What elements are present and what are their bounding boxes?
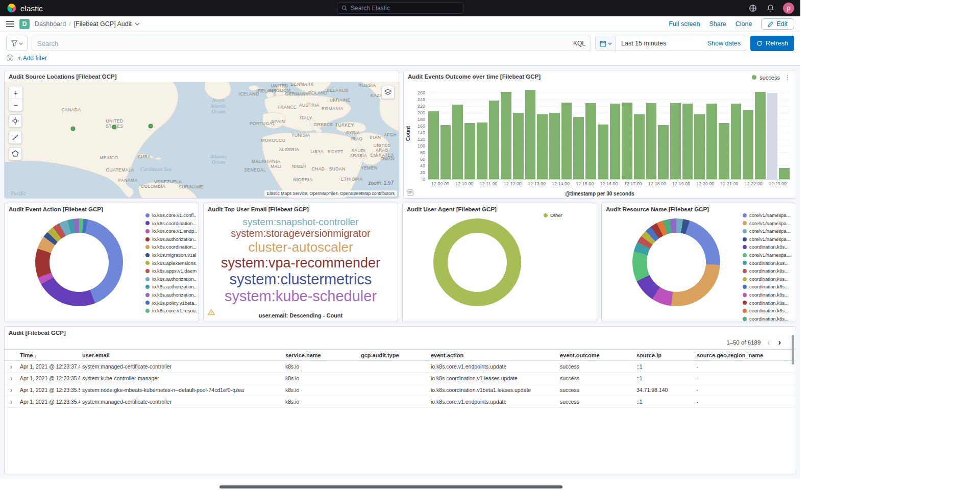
legend-item[interactable]: coordination.k8s... [743,275,794,283]
legend-item[interactable]: io.k8s.authorization.... [145,291,197,299]
bar[interactable] [622,103,632,179]
legend-item[interactable]: io.k8s.core.v1.resou... [145,307,197,315]
row-expand-button[interactable]: › [5,374,18,382]
legend-item[interactable]: core/v1/namespa... [743,219,794,228]
bar[interactable] [489,101,500,179]
legend-item[interactable]: io.k8s.migration.v1al... [145,251,197,259]
table-cell[interactable]: k8s.io [283,363,359,370]
bar[interactable] [719,123,729,179]
legend-item[interactable]: io.k8s.authorization.... [145,235,197,243]
next-page-button[interactable]: › [777,339,782,346]
menu-hamburger-icon[interactable] [6,21,14,27]
table-cell[interactable]: Apr 1, 2021 @ 12:23:35.500 [18,387,80,393]
column-header-Time[interactable]: Time↓ [18,352,80,358]
legend-item[interactable]: coordination.k8s... [743,299,794,307]
legend-item[interactable]: coordination.k8s... [743,315,794,322]
bar[interactable] [670,103,681,179]
map-attribution[interactable]: Elastic Maps Service, OpenMapTiles, Open… [264,190,397,197]
legend-item[interactable]: core/v1/namespa... [743,251,794,259]
bar[interactable] [428,111,439,179]
tagcloud-word[interactable]: system:vpa-recommender [221,255,380,271]
table-cell[interactable]: success [558,363,634,370]
table-cell[interactable]: - [695,375,796,381]
bar[interactable] [706,104,717,179]
clone-button[interactable]: Clone [736,20,752,28]
world-map[interactable]: CANADAUNITED STATESMEXICOCUBAGUATEMALAPA… [5,82,399,198]
query-input[interactable] [37,40,573,47]
legend-item[interactable]: coordination.k8s... [743,307,794,315]
legend-item[interactable]: io.k8s.coordination.... [145,219,197,228]
map-marker[interactable] [149,124,153,129]
query-language-button[interactable]: KQL [573,40,585,47]
bar[interactable] [731,104,742,179]
table-cell[interactable]: io.k8s.coordination.v1.leases.update [429,375,558,381]
column-header-service.name[interactable]: service.name [283,352,359,358]
global-search-input[interactable] [351,5,459,12]
table-cell[interactable]: system:node:gke-mbeats-kubernetes-n--def… [80,387,283,393]
bar[interactable] [646,103,657,179]
bar[interactable] [525,90,536,179]
legend-item[interactable]: coordination.k8s... [743,283,794,291]
map-layers-button[interactable] [381,86,395,99]
share-button[interactable]: Share [709,20,726,28]
previous-page-button[interactable]: ‹ [766,339,771,346]
event-action-donut[interactable] [35,218,123,306]
table-cell[interactable]: success [558,387,634,393]
table-cell[interactable]: 34.71.98.140 [634,387,695,393]
bar[interactable] [573,117,584,180]
bar[interactable] [598,125,608,179]
user-agent-donut[interactable] [433,218,521,306]
user-avatar[interactable]: p [783,3,794,14]
tagcloud-word[interactable]: system:clustermetrics [230,271,372,287]
bar[interactable] [767,93,778,179]
table-cell[interactable]: Apr 1, 2021 @ 12:23:37.494 [18,363,80,370]
zoom-in-button[interactable]: + [9,86,22,99]
tagcloud-word[interactable]: cluster-autoscaler [248,240,353,255]
bar[interactable] [477,122,487,179]
bar[interactable] [452,105,463,179]
column-header-user.email[interactable]: user.email [80,352,283,358]
table-cell[interactable]: ::1 [634,375,695,381]
table-cell[interactable]: k8s.io [283,375,359,381]
column-header-gcp.audit.type[interactable]: gcp.audit.type [359,352,429,358]
legend-item[interactable]: io.k8s.authorization.... [145,275,197,283]
table-cell[interactable]: k8s.io [283,399,359,405]
row-expand-button[interactable]: › [5,386,18,394]
table-cell[interactable]: Apr 1, 2021 @ 12:23:35.486 [18,399,80,405]
warning-icon[interactable] [208,309,215,315]
tagcloud-word[interactable]: system:snapshot-controller [242,216,358,227]
bar[interactable] [549,113,560,179]
alerts-bell-icon[interactable] [766,4,775,13]
chevron-down-icon[interactable] [135,22,140,26]
legend-item[interactable]: coordination.k8s... [743,267,794,275]
measure-tool-button[interactable] [9,131,22,144]
bar[interactable] [755,92,766,179]
horizontal-scrollbar[interactable] [219,485,562,488]
bar[interactable] [682,104,693,179]
bar[interactable] [610,104,621,179]
add-filter-button[interactable]: + Add filter [18,55,47,62]
table-cell[interactable]: - [695,387,796,393]
bar[interactable] [501,92,511,179]
global-search[interactable] [337,3,463,14]
map-marker[interactable] [112,125,117,130]
legend-item[interactable]: core/v1/namespa... [743,227,794,235]
column-header-event.outcome[interactable]: event.outcome [558,352,634,358]
refresh-button[interactable]: Refresh [750,36,794,51]
legend-item[interactable]: io.k8s.apiextensions.... [145,259,197,267]
tagcloud-word[interactable]: system:storageversionmigrator [231,228,370,239]
bar[interactable] [513,113,524,179]
table-cell[interactable]: io.k8s.coordination.v1beta1.leases.updat… [429,387,558,393]
legend-item[interactable]: coordination.k8s... [743,291,794,299]
table-cell[interactable]: io.k8s.core.v1.endpoints.update [429,399,558,405]
draw-filter-tool-button[interactable] [9,147,22,160]
tagcloud-word[interactable]: system:kube-scheduler [225,288,377,304]
legend-item[interactable]: core/v1/namespa... [743,235,794,243]
bar[interactable] [440,125,451,179]
quick-select-button[interactable] [596,36,616,51]
resource-name-donut[interactable] [632,218,720,306]
table-vertical-scrollbar[interactable] [792,335,794,364]
legend-item[interactable]: coordination.k8s... [743,259,794,267]
bar[interactable] [634,114,645,179]
table-cell[interactable]: system:kube-controller-manager [80,375,283,381]
